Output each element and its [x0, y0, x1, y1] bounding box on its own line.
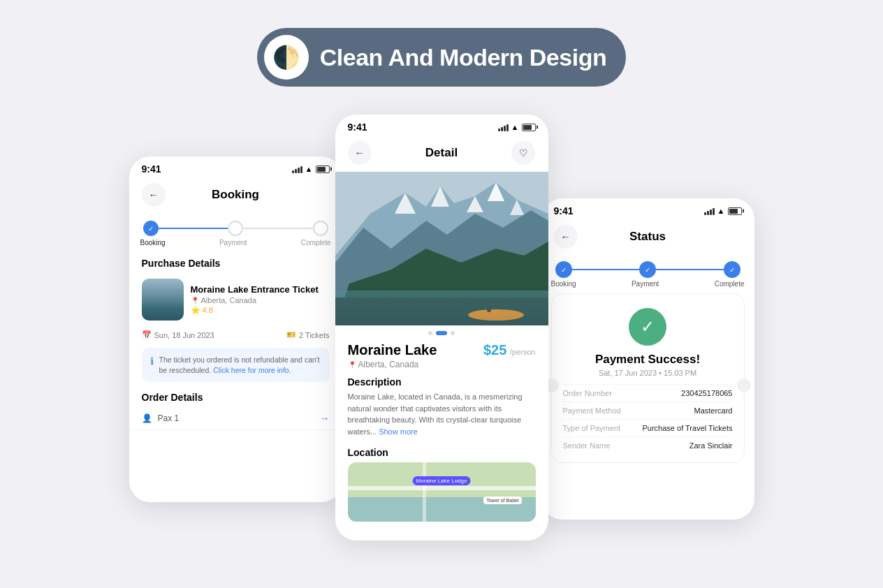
- map-pin-label: Moraine Lake Lodge: [413, 476, 471, 485]
- status-bar-detail: 9:41 ▲: [335, 115, 548, 137]
- description-text: Moraine Lake, located in Canada, is a me…: [348, 391, 536, 437]
- wifi-icon: ▲: [305, 165, 313, 173]
- person-icon: 👤: [142, 413, 152, 423]
- dot-2: [436, 331, 447, 335]
- map-road-v: [423, 462, 426, 522]
- status-step-payment: ✓: [639, 261, 656, 278]
- dot-1: [428, 331, 432, 335]
- pax-row[interactable]: 👤 Pax 1 →: [129, 407, 342, 430]
- detail-price-per: /person: [510, 348, 536, 356]
- status-bar-booking: 9:41 ▲: [129, 156, 342, 179]
- status-title: Status: [629, 230, 666, 244]
- notice-box: ℹ The ticket you ordered is not refundab…: [142, 348, 330, 382]
- ticket-name: Moraine Lake Entrance Ticket: [191, 284, 319, 295]
- battery-icon-detail: [522, 124, 536, 131]
- phone-status: 9:41 ▲ ← Status ✓ ✓ ✓: [541, 198, 754, 520]
- notice-text: The ticket you ordered is not refundable…: [159, 355, 321, 375]
- status-step-complete: ✓: [724, 261, 740, 278]
- place-name: Moraine Lake: [348, 342, 437, 358]
- tickets-item: 🎫 2 Tickets: [286, 330, 329, 339]
- favorite-button[interactable]: ♡: [511, 141, 535, 165]
- step-label-booking: Booking: [140, 239, 166, 247]
- notice-link[interactable]: Click here for more info.: [213, 366, 291, 374]
- order-section-title: Order Details: [129, 386, 342, 407]
- type-label: Type of Payment: [563, 424, 621, 432]
- phones-showcase: 9:41 ▲ ← Booking ✓: [0, 115, 883, 541]
- wifi-icon-detail: ▲: [511, 123, 519, 131]
- sender-row: Sender Name Zara Sinclair: [563, 436, 733, 454]
- dot-3: [451, 331, 455, 335]
- purchase-section-title: Purchase Details: [129, 252, 342, 273]
- pax-label: Pax 1: [158, 413, 180, 423]
- nav-booking: ← Booking: [129, 179, 342, 214]
- battery-icon: [316, 166, 330, 173]
- status-step-labels: Booking Payment Complete: [541, 278, 754, 293]
- battery-icon-status: [728, 207, 742, 215]
- booking-title: Booking: [212, 188, 259, 202]
- status-label-complete: Complete: [715, 280, 745, 288]
- loc-pin-icon: 📍: [348, 361, 356, 369]
- map-road-h: [348, 486, 536, 490]
- wifi-icon-status: ▲: [717, 207, 725, 215]
- ticket-img-bg: [142, 279, 184, 321]
- header-banner: 🌓 Clean And Modern Design: [257, 28, 626, 87]
- step-label-payment: Payment: [219, 239, 247, 247]
- tickets-icon: 🎫: [286, 330, 296, 339]
- back-button-booking[interactable]: ←: [142, 183, 166, 207]
- step-complete: [313, 221, 328, 236]
- phone-detail: 9:41 ▲ ← Detail ♡: [335, 115, 548, 541]
- app-icon: 🌓: [264, 35, 309, 80]
- step-labels-booking: Booking Payment Complete: [129, 236, 342, 252]
- booking-date: Sun, 18 Jun 2023: [154, 331, 214, 339]
- order-number-row: Order Number 230425178065: [563, 384, 733, 402]
- phone-booking: 9:41 ▲ ← Booking ✓: [129, 156, 342, 502]
- sender-value: Zara Sinclair: [689, 441, 733, 450]
- header-title: Clean And Modern Design: [320, 44, 606, 71]
- success-title: Payment Success!: [595, 353, 700, 367]
- detail-location: 📍 Alberta, Canada: [348, 360, 437, 369]
- map-pin-label2: Tower of Babel: [483, 497, 521, 504]
- sender-label: Sender Name: [563, 441, 611, 450]
- payment-method-row: Payment Method Mastercard: [563, 402, 733, 419]
- detail-price: $25: [483, 342, 506, 358]
- step-label-complete: Complete: [301, 239, 331, 247]
- tickets-count: 2 Tickets: [299, 331, 329, 339]
- step-booking: ✓: [143, 221, 159, 236]
- image-dots: [335, 325, 548, 338]
- info-icon: ℹ: [150, 355, 154, 367]
- map-area[interactable]: Moraine Lake Lodge Tower of Babel: [348, 462, 536, 522]
- mountain-gradient-overlay: [335, 284, 548, 325]
- back-button-status[interactable]: ←: [554, 225, 578, 249]
- success-check-icon: ✓: [629, 308, 666, 346]
- ticket-image: [142, 279, 184, 321]
- time-status: 9:41: [554, 205, 574, 216]
- detail-price-block: $25 /person: [483, 342, 536, 358]
- step-payment: [228, 221, 243, 236]
- back-button-detail[interactable]: ←: [348, 141, 372, 165]
- status-label-booking: Booking: [551, 280, 576, 288]
- ticket-info: Moraine Lake Entrance Ticket 📍 Alberta, …: [191, 284, 319, 315]
- time-detail: 9:41: [348, 122, 367, 133]
- progress-steps-booking: ✓: [129, 214, 342, 236]
- location-pin-icon: 📍: [191, 297, 199, 304]
- status-connector-1: [572, 269, 640, 270]
- date-item: 📅 Sun, 18 Jun 2023: [142, 330, 214, 339]
- success-card: ✓ Payment Success! Sat, 17 Jun 2023 • 15…: [551, 293, 745, 463]
- payment-method-label: Payment Method: [563, 406, 621, 415]
- type-value: Purchase of Travel Tickets: [643, 424, 733, 432]
- detail-title: Detail: [425, 146, 458, 160]
- progress-steps-status: ✓ ✓ ✓: [541, 256, 754, 278]
- nav-detail: ← Detail ♡: [335, 137, 548, 172]
- ticket-location: 📍 Alberta, Canada: [191, 296, 319, 304]
- status-bar-status: 9:41 ▲: [541, 198, 754, 221]
- date-row: 📅 Sun, 18 Jun 2023 🎫 2 Tickets: [129, 326, 342, 344]
- show-more-button[interactable]: Show more: [379, 427, 418, 436]
- ticket-rating: ⭐ 4.8: [191, 306, 319, 315]
- payment-method-value: Mastercard: [694, 406, 732, 415]
- type-row: Type of Payment Purchase of Travel Ticke…: [563, 419, 733, 436]
- description-title: Description: [348, 376, 536, 388]
- location-title: Location: [348, 447, 536, 458]
- step-connector-2: [243, 228, 313, 229]
- detail-info-row: Moraine Lake 📍 Alberta, Canada $25 /pers…: [335, 338, 548, 369]
- pax-label-row: 👤 Pax 1: [142, 413, 180, 423]
